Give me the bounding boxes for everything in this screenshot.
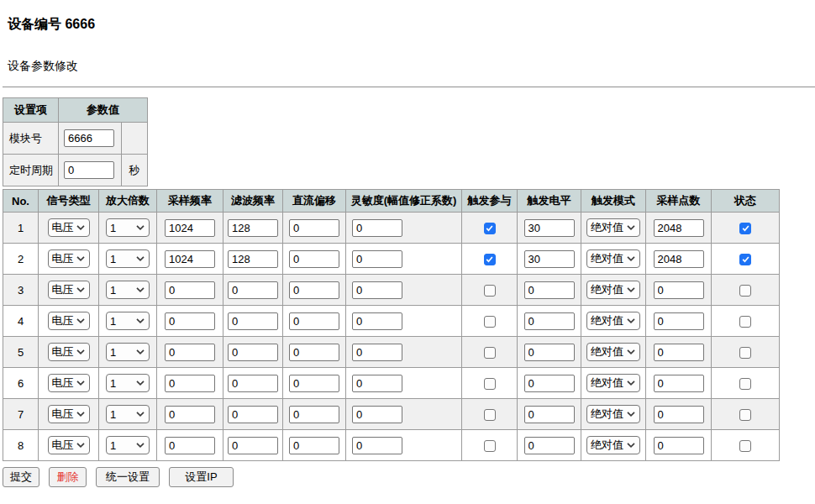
trigger-enabled-checkbox[interactable]: [484, 285, 496, 297]
batch-set-button[interactable]: 统一设置: [96, 467, 160, 487]
gain-select[interactable]: 1: [106, 249, 150, 268]
chevron-down-icon: [136, 443, 145, 448]
trigger-mode-select[interactable]: 绝对值: [586, 281, 640, 299]
sample-rate-input[interactable]: [165, 344, 215, 361]
gain-select[interactable]: 1: [106, 436, 150, 454]
trigger-mode-select[interactable]: 绝对值: [586, 405, 640, 423]
sample-rate-input[interactable]: [165, 375, 215, 392]
status-checkbox[interactable]: [739, 440, 751, 452]
channel-row: 3电压1绝对值: [3, 275, 780, 306]
dc-offset-input[interactable]: [289, 375, 339, 392]
signal-type-select[interactable]: 电压: [48, 405, 90, 423]
sensitivity-input[interactable]: [352, 312, 402, 330]
status-checkbox[interactable]: [739, 285, 751, 297]
status-checkbox[interactable]: [739, 347, 751, 359]
sample-rate-input[interactable]: [165, 250, 215, 268]
trigger-level-input[interactable]: [524, 281, 575, 299]
sample-points-input[interactable]: [654, 375, 704, 392]
sensitivity-input[interactable]: [352, 406, 402, 423]
sensitivity-input[interactable]: [352, 250, 402, 268]
sample-rate-input[interactable]: [165, 219, 215, 237]
status-checkbox[interactable]: [739, 409, 751, 421]
dc-offset-input[interactable]: [289, 437, 339, 454]
sensitivity-input[interactable]: [352, 437, 402, 454]
gain-select[interactable]: 1: [106, 405, 150, 423]
gain-select[interactable]: 1: [106, 281, 150, 299]
gain-select[interactable]: 1: [106, 218, 150, 237]
setting-value-input[interactable]: [64, 129, 114, 147]
setting-value-input[interactable]: [64, 161, 114, 179]
trigger-mode-select[interactable]: 绝对值: [586, 249, 640, 268]
sensitivity-input[interactable]: [352, 281, 402, 299]
signal-type-select[interactable]: 电压: [48, 343, 90, 361]
chevron-down-icon: [76, 381, 85, 386]
signal-type-select[interactable]: 电压: [48, 218, 90, 237]
dc-offset-input[interactable]: [289, 250, 339, 268]
signal-type-select[interactable]: 电压: [48, 249, 90, 268]
trigger-level-input[interactable]: [524, 312, 575, 330]
sample-points-input[interactable]: [654, 344, 704, 361]
sample-points-input[interactable]: [654, 281, 704, 299]
sample-rate-input[interactable]: [165, 281, 215, 299]
sample-points-input[interactable]: [654, 250, 704, 268]
dc-offset-input[interactable]: [289, 344, 339, 361]
trigger-enabled-checkbox[interactable]: [484, 254, 496, 265]
signal-type-select[interactable]: 电压: [48, 436, 90, 454]
filter-rate-input[interactable]: [228, 250, 278, 268]
trigger-level-input[interactable]: [524, 406, 575, 423]
trigger-level-input[interactable]: [524, 344, 575, 361]
trigger-enabled-checkbox[interactable]: [484, 347, 496, 359]
trigger-enabled-checkbox[interactable]: [484, 409, 496, 421]
trigger-mode-select[interactable]: 绝对值: [586, 343, 640, 361]
channel-column-header: 采样点数: [646, 190, 712, 213]
trigger-enabled-checkbox[interactable]: [484, 378, 496, 390]
status-checkbox[interactable]: [739, 316, 751, 328]
filter-rate-input[interactable]: [228, 281, 278, 299]
trigger-mode-select[interactable]: 绝对值: [586, 218, 640, 237]
status-checkbox[interactable]: [739, 254, 751, 265]
sample-points-input[interactable]: [654, 312, 704, 330]
delete-button[interactable]: 删除: [49, 467, 87, 487]
filter-rate-input[interactable]: [228, 437, 278, 454]
signal-type-select[interactable]: 电压: [48, 374, 90, 392]
submit-button[interactable]: 提交: [3, 467, 39, 487]
sample-points-input[interactable]: [654, 219, 704, 237]
trigger-mode-select[interactable]: 绝对值: [586, 374, 640, 392]
set-ip-button[interactable]: 设置IP: [169, 467, 234, 487]
sample-rate-input[interactable]: [165, 437, 215, 454]
gain-select[interactable]: 1: [106, 374, 150, 392]
status-checkbox[interactable]: [739, 223, 751, 234]
dc-offset-input[interactable]: [289, 219, 339, 237]
trigger-mode-select[interactable]: 绝对值: [586, 312, 640, 330]
trigger-mode-select[interactable]: 绝对值: [586, 436, 640, 454]
dc-offset-input[interactable]: [289, 281, 339, 299]
setting-unit: 秒: [122, 155, 148, 186]
filter-rate-input[interactable]: [228, 375, 278, 392]
filter-rate-input[interactable]: [228, 312, 278, 330]
sensitivity-input[interactable]: [352, 375, 402, 392]
trigger-level-input[interactable]: [524, 219, 575, 237]
trigger-level-input[interactable]: [524, 437, 575, 454]
sample-rate-input[interactable]: [165, 406, 215, 423]
gain-select[interactable]: 1: [106, 312, 150, 330]
trigger-level-input[interactable]: [524, 250, 575, 268]
sample-rate-input[interactable]: [165, 312, 215, 330]
sensitivity-input[interactable]: [352, 219, 402, 237]
sample-points-input[interactable]: [654, 406, 704, 423]
dc-offset-input[interactable]: [289, 312, 339, 330]
status-checkbox[interactable]: [739, 378, 751, 390]
check-icon: [741, 255, 750, 264]
filter-rate-input[interactable]: [228, 219, 278, 237]
sensitivity-input[interactable]: [352, 344, 402, 361]
sample-points-input[interactable]: [654, 437, 704, 454]
trigger-level-input[interactable]: [524, 375, 575, 392]
trigger-enabled-checkbox[interactable]: [484, 316, 496, 328]
trigger-enabled-checkbox[interactable]: [484, 223, 496, 234]
filter-rate-input[interactable]: [228, 344, 278, 361]
trigger-enabled-checkbox[interactable]: [484, 440, 496, 452]
gain-select[interactable]: 1: [106, 343, 150, 361]
dc-offset-input[interactable]: [289, 406, 339, 423]
filter-rate-input[interactable]: [228, 406, 278, 423]
signal-type-select[interactable]: 电压: [48, 281, 90, 299]
signal-type-select[interactable]: 电压: [48, 312, 90, 330]
